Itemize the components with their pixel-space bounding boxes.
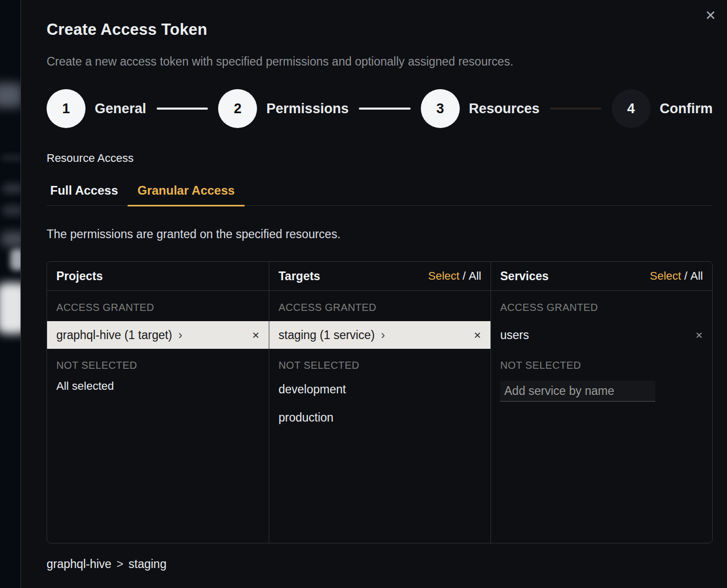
step-label-confirm: Confirm [660,101,713,117]
services-all-link[interactable]: All [691,269,703,282]
blurred-blob [1,155,20,160]
step-resources: 3 Resources [421,89,540,128]
breadcrumb: graphql-hive>staging [47,557,713,571]
remove-service-icon[interactable]: ✕ [695,330,703,341]
services-not-selected-label: NOT SELECTED [491,349,712,371]
projects-access-granted-label: ACCESS GRANTED [47,291,269,313]
granted-service-row[interactable]: users ✕ [491,321,712,349]
step-circle-4: 4 [612,89,651,128]
remove-project-icon[interactable]: ✕ [252,330,260,341]
blurred-blob [2,205,20,216]
granted-target-name: staging (1 service) [279,328,375,342]
targets-not-selected-list: development production [269,374,490,431]
breadcrumb-project: graphql-hive [47,557,112,571]
projects-not-selected-label: NOT SELECTED [47,349,269,371]
services-title: Services [500,269,549,283]
step-confirm: 4 Confirm [612,89,713,128]
access-tabs: Full Access Granular Access [47,183,713,206]
targets-access-granted-label: ACCESS GRANTED [269,291,490,313]
step-connector [550,108,602,110]
step-circle-2: 2 [218,89,257,128]
select-all-divider: / [462,269,465,282]
granted-project-row[interactable]: graphql-hive (1 target) › ✕ [47,321,269,349]
step-circle-1: 1 [47,89,85,128]
blurred-blob [10,249,20,270]
services-column: Services Select/All ACCESS GRANTED users… [490,262,712,543]
create-access-token-modal: ✕ Create Access Token Create a new acces… [20,0,727,588]
modal-subtitle: Create a new access token with specified… [47,55,713,69]
breadcrumb-target: staging [129,557,166,571]
targets-not-selected-label: NOT SELECTED [269,349,490,371]
target-item-production[interactable]: production [269,405,490,431]
tab-full-access[interactable]: Full Access [47,183,127,205]
granted-project-name: graphql-hive (1 target) [56,328,172,342]
projects-column: Projects ACCESS GRANTED graphql-hive (1 … [47,262,269,543]
breadcrumb-separator: > [117,557,123,571]
services-select-all: Select/All [650,269,703,283]
targets-select-all: Select/All [428,269,481,283]
select-all-divider: / [684,269,687,282]
modal-title: Create Access Token [47,20,713,39]
add-service-input[interactable] [500,381,655,402]
step-connector [359,108,411,110]
services-header: Services Select/All [491,262,712,291]
services-select-link[interactable]: Select [650,269,681,282]
services-access-granted-label: ACCESS GRANTED [491,291,712,313]
step-permissions: 2 Permissions [218,89,349,128]
targets-title: Targets [279,269,320,283]
step-connector [157,108,208,110]
targets-header: Targets Select/All [269,262,490,291]
step-circle-3: 3 [421,89,460,128]
step-label-resources: Resources [469,101,540,117]
resource-selection-grid: Projects ACCESS GRANTED graphql-hive (1 … [47,261,713,543]
step-label-permissions: Permissions [266,101,349,117]
tab-granular-access[interactable]: Granular Access [127,183,245,205]
projects-title: Projects [56,269,103,283]
step-label-general: General [95,101,146,117]
chevron-right-icon: › [381,329,385,341]
targets-all-link[interactable]: All [469,269,481,282]
background-page-blurred [0,0,20,588]
targets-column: Targets Select/All ACCESS GRANTED stagin… [269,262,490,543]
target-item-development[interactable]: development [269,376,490,403]
targets-select-link[interactable]: Select [428,269,459,282]
granular-access-description: The permissions are granted on the speci… [47,227,713,241]
stepper: 1 General 2 Permissions 3 Resources 4 Co… [47,89,713,128]
granted-service-name: users [500,328,529,342]
blurred-blob [1,232,20,247]
remove-target-icon[interactable]: ✕ [474,330,481,341]
granted-target-row[interactable]: staging (1 service) › ✕ [269,321,490,349]
step-general: 1 General [47,89,146,128]
blurred-blob [2,183,20,194]
blurred-blob [0,83,20,108]
close-icon[interactable]: ✕ [701,6,720,25]
projects-all-selected-text: All selected [56,380,260,393]
resource-access-heading: Resource Access [47,152,713,165]
projects-header: Projects [47,262,269,291]
blurred-blob [0,283,20,334]
chevron-right-icon: › [178,329,182,341]
